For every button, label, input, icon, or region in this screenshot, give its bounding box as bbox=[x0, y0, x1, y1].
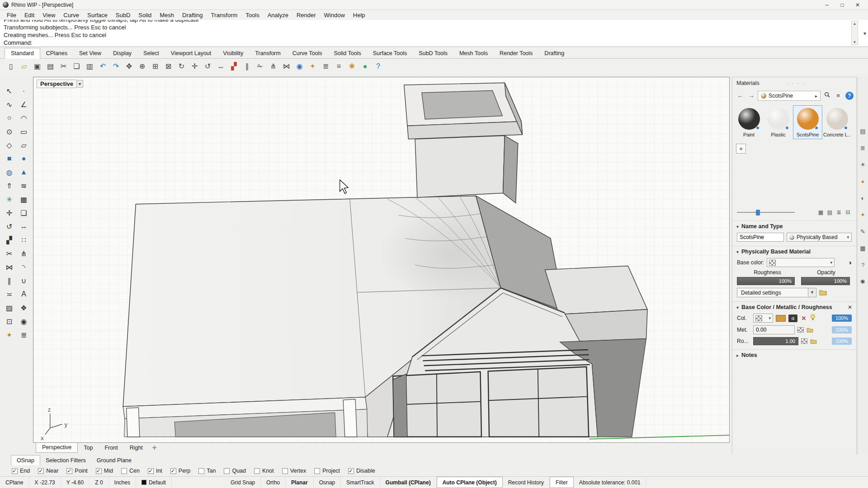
menu-item[interactable]: Render bbox=[292, 11, 320, 19]
offset-icon[interactable]: ∥ bbox=[241, 60, 254, 73]
color-percent-badge[interactable]: 100% bbox=[832, 314, 852, 322]
visibility-tool-icon[interactable]: ◉ bbox=[17, 314, 31, 328]
remove-texture-icon[interactable]: ✕ bbox=[800, 315, 807, 322]
roughness-percent-badge[interactable]: 100% bbox=[832, 338, 852, 345]
osnap-tab[interactable]: OSnap bbox=[11, 455, 40, 465]
osnap-checkbox-item[interactable]: Mid bbox=[96, 468, 113, 474]
panel-drag-handle[interactable]: · · · · bbox=[787, 80, 805, 86]
dimension-tool-icon[interactable]: ≍ bbox=[2, 287, 17, 301]
panel-settings-icon[interactable]: ✱ bbox=[859, 277, 868, 286]
curve-tool-icon[interactable]: ∿ bbox=[2, 98, 17, 111]
scale-tool-icon[interactable]: ↔ bbox=[17, 220, 31, 233]
osnap-checkbox-item[interactable]: Int bbox=[148, 468, 162, 474]
material-scotspine[interactable]: ScotsPine bbox=[793, 105, 822, 139]
osnap-checkbox-item[interactable]: Knot bbox=[254, 468, 274, 474]
join-icon[interactable]: ⋈ bbox=[280, 60, 293, 73]
help-icon[interactable]: ? bbox=[372, 60, 385, 73]
osnap-checkbox-item[interactable]: Vertex bbox=[282, 468, 306, 474]
detailed-settings-dropdown[interactable]: Detailed settings ▼ bbox=[737, 288, 816, 297]
checkbox[interactable] bbox=[121, 468, 127, 474]
menu-item[interactable]: Surface bbox=[83, 11, 112, 19]
menu-item[interactable]: Help bbox=[349, 11, 369, 19]
panel-materials-icon[interactable]: ● bbox=[859, 177, 868, 186]
contrast-icon[interactable]: ◑ bbox=[848, 259, 852, 266]
command-area[interactable]: Press and hold Alt to temporarily toggle… bbox=[0, 20, 868, 47]
viewport-canvas[interactable]: z y x bbox=[33, 77, 729, 442]
layer-tool-icon[interactable]: ≣ bbox=[17, 328, 31, 342]
status-pane[interactable]: Gumball (CPlane) bbox=[380, 477, 437, 488]
viewport-perspective[interactable]: z y x Perspective ▾ bbox=[33, 77, 730, 443]
split-icon[interactable]: ⋔ bbox=[267, 60, 280, 73]
panel-layers-icon[interactable]: ≣ bbox=[859, 143, 868, 152]
list-view-icon[interactable]: ▤ bbox=[826, 209, 834, 216]
status-pane[interactable]: Record History bbox=[503, 477, 550, 488]
scroll-down-icon[interactable]: ▼ bbox=[853, 40, 857, 44]
polyline-tool-icon[interactable]: ∠ bbox=[17, 98, 31, 111]
osnap-checkbox-item[interactable]: Disable bbox=[348, 468, 375, 474]
menu-item[interactable]: Mesh bbox=[156, 11, 178, 19]
breadcrumb[interactable]: ScotsPine ▸ bbox=[758, 91, 821, 101]
trim-tool-icon[interactable]: ✂ bbox=[2, 247, 17, 260]
chevron-right-icon[interactable]: ▸ bbox=[815, 94, 817, 99]
forward-button[interactable]: → bbox=[746, 91, 756, 101]
dropdown-arrow-icon[interactable]: ▼ bbox=[808, 288, 816, 297]
material-type-select[interactable]: Physically Based ▾ bbox=[787, 233, 852, 242]
checkbox[interactable] bbox=[224, 468, 230, 474]
array-tool-icon[interactable]: ∷ bbox=[17, 233, 31, 247]
new-viewport-icon[interactable]: ✛ bbox=[149, 443, 160, 453]
status-pane[interactable]: Planar bbox=[286, 477, 314, 488]
panel-rendering-icon[interactable]: ◐ bbox=[859, 193, 868, 202]
join-tool-icon[interactable]: ⋈ bbox=[2, 260, 17, 274]
viewport-title[interactable]: Perspective bbox=[37, 80, 77, 88]
menu-item[interactable]: Solid bbox=[134, 11, 156, 19]
close-icon[interactable]: ✕ bbox=[848, 304, 852, 310]
text-tool-icon[interactable]: A bbox=[17, 287, 31, 301]
copy-tool-icon[interactable]: ❏ bbox=[17, 206, 31, 220]
color-swatch[interactable] bbox=[776, 315, 786, 322]
trim-icon[interactable]: ✁ bbox=[254, 60, 267, 73]
osnap-checkbox-item[interactable]: End bbox=[12, 468, 30, 474]
detail-view-icon[interactable]: ≣ bbox=[835, 209, 843, 216]
paste-icon[interactable]: ▥ bbox=[83, 60, 96, 73]
status-pane[interactable]: Osnap bbox=[314, 477, 341, 488]
checkbox[interactable] bbox=[254, 468, 260, 474]
metallic-texture-checker[interactable] bbox=[797, 327, 804, 333]
panel-properties-icon[interactable]: ▤ bbox=[859, 127, 868, 136]
toolbar-tab[interactable]: Visibility bbox=[217, 48, 249, 58]
thumbnail-size-slider[interactable] bbox=[737, 209, 795, 216]
menu-item[interactable]: Window bbox=[320, 11, 349, 19]
toolbar-tab[interactable]: Transform bbox=[249, 48, 287, 58]
osnap-checkbox-item[interactable]: Point bbox=[66, 468, 88, 474]
print-icon[interactable]: ▤ bbox=[44, 60, 57, 73]
zoom-dynamic-icon[interactable]: ⊕ bbox=[136, 60, 149, 73]
rotate-view-icon[interactable]: ↻ bbox=[175, 60, 188, 73]
back-button[interactable]: ← bbox=[735, 91, 745, 101]
menu-item[interactable]: File bbox=[3, 11, 20, 19]
properties-icon[interactable]: ≡ bbox=[332, 60, 345, 73]
mirror-icon[interactable]: ▞ bbox=[227, 60, 241, 73]
minimize-button[interactable]: – bbox=[819, 0, 835, 9]
status-pane[interactable]: CPlane bbox=[0, 477, 29, 488]
toolbar-tab[interactable]: Mesh Tools bbox=[453, 48, 494, 58]
ellipse-tool-icon[interactable]: ⊙ bbox=[2, 125, 17, 138]
panel-lights-icon[interactable]: ✦ bbox=[859, 210, 868, 219]
rotate-tool-icon[interactable]: ↺ bbox=[2, 220, 17, 233]
move-tool-icon[interactable]: ✛ bbox=[2, 206, 17, 220]
section-base-color-metallic-roughness[interactable]: ▾ Base Color / Metallic / Roughness ✕ bbox=[732, 301, 856, 312]
menu-item[interactable]: Transform bbox=[207, 11, 242, 19]
close-button[interactable]: ✕ bbox=[850, 0, 865, 9]
base-color-dropdown[interactable]: ▾ bbox=[767, 258, 835, 267]
box-tool-icon[interactable]: ■ bbox=[2, 152, 17, 165]
loft-tool-icon[interactable]: ≋ bbox=[17, 179, 31, 192]
save-icon[interactable]: ▣ bbox=[31, 60, 44, 73]
toolbar-tab[interactable]: Solid Tools bbox=[328, 48, 367, 58]
folder-icon[interactable] bbox=[819, 290, 827, 296]
cone-tool-icon[interactable]: ▲ bbox=[17, 165, 31, 179]
scale-icon[interactable]: ↔ bbox=[214, 60, 227, 73]
toolbar-tab[interactable]: Standard bbox=[5, 48, 40, 59]
boolean-tool-icon[interactable]: ∪ bbox=[17, 274, 31, 287]
viewport-tab[interactable]: Perspective bbox=[36, 443, 78, 453]
material-concrete[interactable]: Concrete L... bbox=[822, 105, 852, 139]
offset-tool-icon[interactable]: ∥ bbox=[2, 274, 17, 287]
viewport-tab[interactable]: Front bbox=[99, 443, 123, 453]
